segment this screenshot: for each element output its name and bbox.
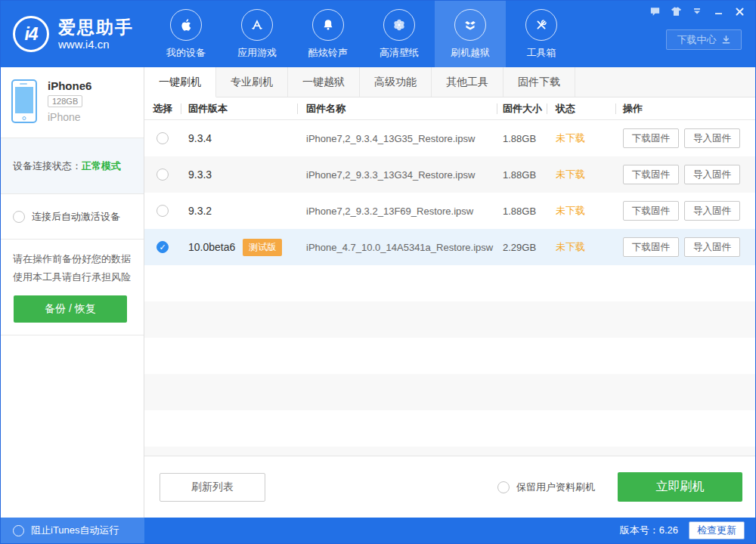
firmware-version: 9.3.2 bbox=[188, 205, 212, 217]
flash-now-button[interactable]: 立即刷机 bbox=[618, 472, 742, 502]
device-capacity-badge: 128GB bbox=[48, 95, 82, 107]
nav-label: 我的设备 bbox=[166, 46, 206, 60]
logo-icon: i4 bbox=[13, 16, 49, 52]
backup-restore-button[interactable]: 备份 / 恢复 bbox=[14, 295, 127, 323]
import-firmware-button[interactable]: 导入固件 bbox=[684, 201, 740, 221]
nav-item-my-devices[interactable]: 我的设备 bbox=[150, 1, 222, 67]
keep-user-data-radio[interactable] bbox=[497, 481, 510, 493]
window-controls bbox=[646, 4, 748, 19]
nav-label: 刷机越狱 bbox=[451, 46, 490, 60]
header-firmware-version: 固件版本 bbox=[181, 97, 297, 119]
tab-pro-flash[interactable]: 专业刷机 bbox=[216, 67, 288, 97]
empty-stripe bbox=[144, 374, 755, 410]
nav-item-ringtones[interactable]: 酷炫铃声 bbox=[293, 1, 364, 67]
row-select-radio[interactable] bbox=[156, 132, 169, 144]
firmware-size: 1.88GB bbox=[497, 156, 547, 193]
header-status: 状态 bbox=[547, 97, 615, 119]
empty-stripe bbox=[144, 301, 755, 338]
connection-status-value: 正常模式 bbox=[82, 159, 121, 173]
app-header: i4 爱思助手 www.i4.cn 我的设备 应用游戏 bbox=[1, 1, 755, 67]
tab-one-click-jailbreak[interactable]: 一键越狱 bbox=[288, 67, 360, 97]
nav-item-apps-games[interactable]: 应用游戏 bbox=[222, 1, 293, 67]
bell-icon bbox=[312, 9, 344, 41]
keep-user-data-label: 保留用户资料刷机 bbox=[516, 481, 595, 494]
status-bar-right: 版本号：6.26 检查更新 bbox=[144, 518, 755, 543]
firmware-status: 未下载 bbox=[547, 229, 615, 265]
block-itunes-radio[interactable] bbox=[13, 525, 24, 536]
nav-label: 工具箱 bbox=[527, 46, 556, 60]
firmware-size: 1.88GB bbox=[497, 193, 547, 229]
download-firmware-button[interactable]: 下载固件 bbox=[623, 237, 679, 257]
keep-user-data-option[interactable]: 保留用户资料刷机 bbox=[497, 481, 595, 494]
download-center-button[interactable]: 下载中心 bbox=[666, 29, 742, 50]
firmware-version: 9.3.3 bbox=[188, 168, 212, 181]
firmware-size: 2.29GB bbox=[497, 229, 547, 265]
table-row[interactable]: 9.3.4 iPhone7,2_9.3.4_13G35_Restore.ipsw… bbox=[144, 120, 755, 156]
firmware-name: iPhone7,2_9.3.3_13G34_Restore.ipsw bbox=[297, 156, 497, 193]
import-firmware-button[interactable]: 导入固件 bbox=[684, 128, 740, 148]
empty-stripe bbox=[144, 447, 755, 456]
empty-table-area bbox=[144, 265, 755, 456]
check-update-button[interactable]: 检查更新 bbox=[689, 521, 745, 539]
auto-activate-option[interactable]: 连接后自动激活设备 bbox=[1, 194, 144, 240]
table-row[interactable]: 9.3.3 iPhone7,2_9.3.3_13G34_Restore.ipsw… bbox=[144, 156, 755, 193]
app-title: 爱思助手 bbox=[58, 17, 134, 37]
download-firmware-button[interactable]: 下载固件 bbox=[623, 128, 679, 148]
table-header: 选择 固件版本 固件名称 固件大小 状态 操作 bbox=[144, 97, 755, 120]
flower-icon bbox=[383, 9, 415, 41]
download-firmware-button[interactable]: 下载固件 bbox=[623, 201, 679, 221]
empty-stripe bbox=[144, 410, 755, 447]
sidebar-empty-area bbox=[1, 335, 144, 518]
close-icon[interactable] bbox=[731, 4, 748, 19]
tab-other-tools[interactable]: 其他工具 bbox=[432, 67, 503, 97]
feedback-icon[interactable] bbox=[646, 4, 663, 19]
firmware-table: 9.3.4 iPhone7,2_9.3.4_13G35_Restore.ipsw… bbox=[144, 120, 755, 265]
connection-status-label: 设备连接状态： bbox=[13, 159, 82, 173]
iphone-icon bbox=[11, 79, 37, 123]
empty-stripe bbox=[144, 338, 755, 374]
row-select-radio-checked[interactable] bbox=[156, 241, 169, 253]
minimize-icon[interactable] bbox=[710, 4, 727, 19]
download-firmware-button[interactable]: 下载固件 bbox=[623, 165, 679, 184]
minimize-to-tray-icon[interactable] bbox=[689, 4, 705, 19]
firmware-size: 1.88GB bbox=[497, 120, 547, 156]
row-select-radio[interactable] bbox=[156, 205, 169, 217]
firmware-status: 未下载 bbox=[547, 193, 615, 229]
tab-firmware-download[interactable]: 固件下载 bbox=[503, 67, 575, 97]
firmware-name: iPhone_4.7_10.0_14A5341a_Restore.ipsw bbox=[297, 229, 497, 265]
version-label: 版本号：6.26 bbox=[620, 524, 678, 537]
firmware-status: 未下载 bbox=[547, 156, 615, 193]
firmware-version: 9.3.4 bbox=[188, 132, 212, 144]
main-nav: 我的设备 应用游戏 酷炫铃声 高清壁纸 bbox=[150, 1, 577, 67]
action-bar: 刷新列表 保留用户资料刷机 立即刷机 bbox=[144, 456, 755, 518]
firmware-version: 10.0beta6 bbox=[188, 241, 235, 253]
warning-line-2: 使用本工具请自行承担风险 bbox=[10, 268, 135, 286]
phone-speaker bbox=[20, 83, 27, 85]
nav-label: 酷炫铃声 bbox=[308, 46, 348, 60]
block-itunes-label: 阻止iTunes自动运行 bbox=[31, 524, 119, 537]
download-icon bbox=[721, 35, 731, 45]
block-itunes-option[interactable]: 阻止iTunes自动运行 bbox=[1, 518, 144, 543]
firmware-status: 未下载 bbox=[547, 120, 615, 156]
refresh-list-button[interactable]: 刷新列表 bbox=[160, 473, 265, 502]
table-row[interactable]: 9.3.2 iPhone7,2_9.3.2_13F69_Restore.ipsw… bbox=[144, 193, 755, 229]
status-bar: 阻止iTunes自动运行 版本号：6.26 检查更新 bbox=[1, 518, 755, 543]
tab-bar: 一键刷机 专业刷机 一键越狱 高级功能 其他工具 固件下载 bbox=[144, 67, 755, 97]
app-window: i4 爱思助手 www.i4.cn 我的设备 应用游戏 bbox=[0, 0, 756, 544]
row-select-radio[interactable] bbox=[156, 168, 169, 181]
auto-activate-radio[interactable] bbox=[13, 211, 25, 223]
import-firmware-button[interactable]: 导入固件 bbox=[684, 165, 740, 184]
header-actions: 操作 bbox=[615, 97, 755, 119]
tab-advanced[interactable]: 高级功能 bbox=[360, 67, 432, 97]
theme-skin-icon[interactable] bbox=[668, 4, 684, 19]
table-row-selected[interactable]: 10.0beta6测试版 iPhone_4.7_10.0_14A5341a_Re… bbox=[144, 229, 755, 265]
auto-activate-label: 连接后自动激活设备 bbox=[32, 210, 120, 224]
nav-item-wallpapers[interactable]: 高清壁纸 bbox=[364, 1, 435, 67]
tab-one-click-flash[interactable]: 一键刷机 bbox=[144, 67, 216, 97]
apple-icon bbox=[170, 9, 202, 41]
nav-item-toolbox[interactable]: 工具箱 bbox=[506, 1, 577, 67]
import-firmware-button[interactable]: 导入固件 bbox=[684, 237, 740, 257]
appstore-icon bbox=[241, 9, 273, 41]
beta-badge: 测试版 bbox=[243, 239, 282, 256]
nav-item-flash-jailbreak[interactable]: 刷机越狱 bbox=[435, 1, 506, 67]
